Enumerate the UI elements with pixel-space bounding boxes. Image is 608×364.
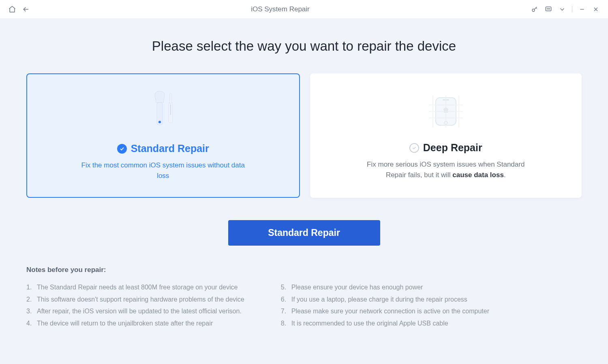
svg-point-3 — [548, 9, 549, 9]
deep-repair-desc: Fix more serious iOS system issues when … — [359, 159, 533, 180]
key-icon[interactable] — [531, 5, 539, 13]
page-title: Please select the way you want to repair… — [152, 39, 456, 54]
chevron-down-icon[interactable] — [558, 5, 566, 13]
window-title: iOS System Repair — [30, 5, 531, 13]
list-item: 7.Please make sure your network connecti… — [281, 305, 489, 317]
notes-left: 1.The Standard Repair needs at least 800… — [26, 281, 244, 329]
list-item: 3.After repair, the iOS version will be … — [26, 305, 244, 317]
notes-section: Notes before you repair: 1.The Standard … — [26, 266, 582, 329]
main-content: Please select the way you want to repair… — [0, 18, 608, 364]
deep-repair-title-row: Deep Repair — [409, 142, 482, 154]
repair-options: Standard Repair Fix the most common iOS … — [26, 73, 582, 198]
list-item: 2.This software doesn't support repairin… — [26, 293, 244, 306]
deep-repair-card[interactable]: Deep Repair Fix more serious iOS system … — [310, 73, 582, 198]
titlebar: iOS System Repair — [0, 0, 608, 18]
list-item: 6.If you use a laptop, please charge it … — [281, 293, 489, 306]
svg-rect-8 — [170, 94, 172, 103]
list-item: 5.Please ensure your device has enough p… — [281, 281, 489, 293]
start-repair-button[interactable]: Standard Repair — [228, 220, 380, 246]
feedback-icon[interactable] — [544, 5, 552, 13]
titlebar-right — [531, 5, 600, 13]
wrench-screwdriver-icon — [143, 88, 183, 137]
notes-columns: 1.The Standard Repair needs at least 800… — [26, 281, 582, 329]
device-scan-icon — [422, 88, 470, 136]
deep-desc-bold: cause data loss — [452, 171, 504, 179]
list-item: 4.The device will return to the unjailbr… — [26, 317, 244, 330]
notes-right: 5.Please ensure your device has enough p… — [281, 281, 489, 329]
list-item: 1.The Standard Repair needs at least 800… — [26, 281, 244, 293]
check-filled-icon — [117, 144, 127, 154]
home-icon[interactable] — [8, 5, 16, 13]
back-icon[interactable] — [22, 5, 30, 13]
deep-repair-title: Deep Repair — [423, 142, 482, 154]
close-icon[interactable] — [592, 5, 600, 13]
titlebar-left — [8, 5, 30, 13]
svg-point-2 — [547, 9, 548, 9]
check-outline-icon — [409, 143, 419, 153]
standard-repair-desc: Fix the most common iOS system issues wi… — [76, 160, 250, 181]
standard-repair-title-row: Standard Repair — [117, 143, 209, 154]
standard-repair-card[interactable]: Standard Repair Fix the most common iOS … — [26, 73, 300, 198]
list-item: 8.It is recommended to use the original … — [281, 317, 489, 330]
svg-point-4 — [549, 9, 550, 9]
notes-title: Notes before you repair: — [26, 266, 582, 274]
svg-point-6 — [158, 121, 161, 123]
titlebar-separator — [572, 6, 572, 13]
standard-repair-title: Standard Repair — [131, 143, 209, 154]
deep-desc-suffix: . — [504, 171, 506, 179]
minimize-icon[interactable] — [578, 5, 586, 13]
svg-point-0 — [532, 9, 535, 11]
